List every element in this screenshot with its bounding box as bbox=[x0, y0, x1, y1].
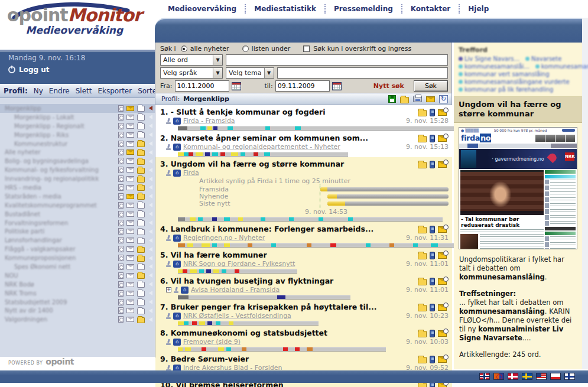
save-icon[interactable] bbox=[388, 95, 396, 103]
sidebar-profile-item[interactable]: Politiske parti bbox=[0, 227, 155, 236]
finland-flag[interactable] bbox=[564, 373, 575, 380]
mail-schedule-icon[interactable] bbox=[438, 109, 447, 116]
envelope-icon[interactable] bbox=[126, 132, 134, 138]
clip-icon[interactable] bbox=[166, 144, 171, 150]
website-icon[interactable] bbox=[173, 261, 181, 268]
website-icon[interactable] bbox=[173, 339, 181, 346]
mobile-icon[interactable] bbox=[430, 252, 435, 259]
envelope-icon[interactable] bbox=[126, 149, 134, 155]
expand-icon[interactable] bbox=[166, 287, 171, 292]
article-title[interactable]: 3. Ungdom vil ha færre og større kommuna… bbox=[160, 160, 418, 168]
article-title[interactable]: 5. Vil ha færre kommuner bbox=[160, 251, 418, 259]
folder-icon[interactable] bbox=[418, 279, 427, 285]
schedule-icon[interactable] bbox=[118, 158, 124, 164]
sidebar-profile-item[interactable]: Valgordningen bbox=[0, 315, 155, 324]
sidebar-profile-item[interactable]: Innvandring- og regionalpolitikk bbox=[0, 174, 155, 183]
schedule-icon[interactable] bbox=[118, 211, 124, 217]
mobile-icon[interactable] bbox=[430, 109, 435, 116]
schedule-icon[interactable] bbox=[118, 105, 124, 112]
schedule-icon[interactable] bbox=[118, 193, 124, 200]
schedule-icon[interactable] bbox=[118, 175, 124, 182]
sidebar-profile-item[interactable]: Kommunal- og fylkesforvaltning bbox=[0, 165, 155, 174]
clip-icon[interactable] bbox=[166, 365, 171, 371]
schedule-icon[interactable] bbox=[118, 228, 124, 235]
envelope-icon[interactable] bbox=[126, 115, 134, 120]
mail-schedule-icon[interactable] bbox=[438, 135, 447, 142]
from-date-input[interactable] bbox=[175, 80, 229, 92]
folder-icon[interactable] bbox=[137, 220, 145, 226]
folder-icon[interactable] bbox=[418, 136, 427, 142]
sidebar-profile-item[interactable]: Bolig- og bygningsavdelinga bbox=[0, 157, 155, 165]
dropdown-arrow-icon[interactable]: ▼ bbox=[213, 55, 222, 65]
mobile-icon[interactable] bbox=[430, 356, 435, 363]
folder-icon[interactable] bbox=[137, 177, 145, 183]
article-source-link[interactable]: Firda bbox=[183, 169, 199, 177]
word-type-select[interactable]: Alle ord ▼ bbox=[160, 54, 223, 66]
folder-icon[interactable] bbox=[137, 194, 145, 200]
sidebar-profile-item[interactable]: Morgenklipp - Lokalt bbox=[0, 113, 155, 122]
profile-action-slett[interactable]: Slett bbox=[76, 87, 92, 95]
mobile-icon[interactable] bbox=[430, 226, 435, 233]
envelope-icon[interactable] bbox=[126, 273, 134, 278]
folder-icon[interactable] bbox=[137, 150, 145, 156]
clip-icon[interactable] bbox=[166, 313, 171, 319]
envelope-icon[interactable] bbox=[126, 106, 134, 111]
profile-action-endre[interactable]: Endre bbox=[49, 87, 70, 95]
folder-icon[interactable] bbox=[137, 168, 145, 174]
website-icon[interactable] bbox=[173, 170, 181, 177]
mobile-icon[interactable] bbox=[430, 278, 435, 285]
envelope-icon[interactable] bbox=[126, 291, 134, 296]
envelope-icon[interactable] bbox=[126, 264, 134, 269]
sidebar-profile-item[interactable]: Statsråden - media bbox=[0, 192, 155, 201]
folder-icon[interactable] bbox=[418, 162, 427, 168]
sidebar-profile-item[interactable]: HRS - media bbox=[0, 183, 155, 192]
folder-icon[interactable] bbox=[418, 357, 427, 363]
envelope-icon[interactable] bbox=[126, 194, 134, 199]
sidebar-profile-item[interactable]: Bustadlånet bbox=[0, 210, 155, 219]
article-title[interactable]: 6. Vil ha tvungen busetjing av flyktning… bbox=[160, 277, 418, 285]
sidebar-profile-item[interactable]: Morgenklipp bbox=[0, 104, 155, 113]
folder-icon[interactable] bbox=[137, 106, 145, 112]
folder-icon[interactable] bbox=[137, 238, 145, 244]
mail-schedule-icon[interactable] bbox=[438, 330, 447, 337]
sidebar-profile-item[interactable]: Flåggå - valgkampsaker bbox=[0, 245, 155, 253]
folder-icon[interactable] bbox=[418, 305, 427, 311]
language-select[interactable]: Velg språk ▼ bbox=[160, 67, 223, 79]
article-source-link[interactable]: NRK Østafjells - Vestfoldsendinga bbox=[183, 312, 291, 320]
schedule-icon[interactable] bbox=[118, 246, 124, 252]
folder-icon[interactable] bbox=[137, 317, 145, 323]
mail-icon[interactable] bbox=[426, 96, 435, 102]
schedule-icon[interactable] bbox=[118, 237, 124, 243]
folder-icon[interactable] bbox=[137, 159, 145, 165]
envelope-icon[interactable] bbox=[126, 212, 134, 217]
clip-icon[interactable] bbox=[166, 170, 171, 176]
article-title[interactable]: 7. Bruker penger fra krisepakken på høyt… bbox=[160, 303, 418, 311]
schedule-icon[interactable] bbox=[118, 141, 124, 147]
to-date-input[interactable] bbox=[275, 80, 330, 92]
radio-list-under[interactable]: listen under bbox=[242, 45, 291, 53]
hit-word-link[interactable]: kommunesamanslåi... bbox=[459, 63, 529, 70]
envelope-icon[interactable] bbox=[126, 220, 134, 226]
folder-icon[interactable] bbox=[137, 141, 145, 147]
theme-query-input[interactable] bbox=[277, 67, 448, 79]
sidebar-profile-item[interactable]: NRK Bodø bbox=[0, 280, 155, 289]
envelope-icon[interactable] bbox=[126, 185, 134, 190]
sidebar-profile-item[interactable]: NRK Troms bbox=[0, 289, 155, 298]
schedule-icon[interactable] bbox=[118, 167, 124, 173]
sidebar-profile-item[interactable]: Alle nyheter bbox=[0, 148, 155, 157]
article-source-link[interactable]: Kommunal- og regionaldepartementet - Nyh… bbox=[183, 143, 340, 151]
folder-icon[interactable] bbox=[137, 264, 145, 270]
folder-icon[interactable] bbox=[137, 291, 145, 297]
nav-item-medieovervåking[interactable]: Medieovervåking bbox=[160, 5, 245, 13]
folder-icon[interactable] bbox=[137, 282, 145, 288]
schedule-icon[interactable] bbox=[118, 307, 124, 314]
hit-word-link[interactable]: kommunesamanslåingane vurderte bbox=[459, 79, 570, 85]
article-title[interactable]: 2. Navarsete åpner seminar om kommunen s… bbox=[160, 134, 418, 142]
mail-schedule-icon[interactable] bbox=[438, 252, 447, 259]
article-source-link[interactable]: Firda - Framsida bbox=[183, 117, 235, 125]
radio-all-news[interactable]: alle nyheter bbox=[181, 45, 229, 53]
folder-icon[interactable] bbox=[137, 203, 145, 209]
folder-icon[interactable] bbox=[137, 229, 145, 235]
envelope-icon[interactable] bbox=[126, 176, 134, 181]
sidebar-profile-item[interactable]: Spes Økonomi nett bbox=[0, 262, 155, 271]
